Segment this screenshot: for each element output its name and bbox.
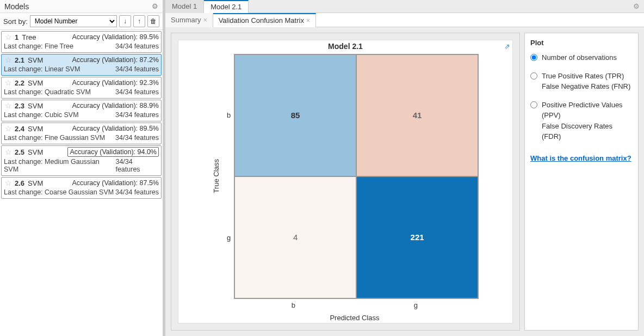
model-number: 2.2	[15, 79, 24, 87]
model-type: SVM	[28, 125, 72, 133]
y-axis-label: True Class	[212, 159, 220, 193]
model-features: 34/34 features	[115, 134, 159, 142]
model-features: 34/34 features	[115, 158, 159, 173]
sub-tabs-row: Summary×Validation Confusion Matrix×	[165, 13, 644, 27]
x-tick-b: b	[232, 299, 355, 309]
model-last-change: Last change: Coarse Gaussian SVM	[4, 188, 114, 196]
plot-option-radio[interactable]	[530, 101, 537, 108]
close-icon[interactable]: ×	[306, 17, 310, 25]
star-icon[interactable]: ☆	[4, 124, 13, 133]
y-tick-g: g	[227, 176, 231, 299]
plot-option-label: Number of observations	[542, 52, 617, 63]
model-number: 2.3	[15, 102, 24, 110]
model-card[interactable]: ☆2.2SVMAccuracy (Validation): 92.3%Last …	[1, 77, 162, 99]
star-icon[interactable]: ☆	[4, 56, 13, 64]
model-last-change: Last change: Fine Tree	[4, 42, 73, 50]
model-accuracy: Accuracy (Validation): 87.5%	[72, 179, 159, 187]
models-header: Models ⚙	[0, 0, 163, 13]
star-icon[interactable]: ☆	[4, 101, 13, 110]
sort-select[interactable]: Model Number	[30, 15, 117, 27]
model-accuracy: Accuracy (Validation): 87.2%	[72, 56, 159, 64]
sub-tab-label: Validation Confusion Matrix	[219, 16, 304, 25]
sub-tab[interactable]: Validation Confusion Matrix×	[213, 13, 316, 27]
x-tick-g: g	[355, 299, 477, 309]
model-last-change: Last change: Quadratic SVM	[4, 88, 91, 96]
plot-option[interactable]: Positive Predictive Values (PPV)False Di…	[530, 100, 633, 142]
model-accuracy: Accuracy (Validation): 89.5%	[72, 33, 159, 41]
sort-label: Sort by:	[3, 17, 28, 26]
model-card[interactable]: ☆1TreeAccuracy (Validation): 89.5%Last c…	[1, 31, 162, 53]
plot-option[interactable]: True Positive Rates (TPR)False Negative …	[530, 71, 633, 92]
model-last-change: Last change: Fine Gaussian SVM	[4, 134, 105, 142]
model-number: 2.5	[15, 148, 24, 156]
gear-icon[interactable]: ⚙	[152, 2, 158, 10]
model-accuracy: Accuracy (Validation): 89.5%	[72, 125, 159, 132]
star-icon[interactable]: ☆	[4, 179, 13, 187]
model-card[interactable]: ☆2.4SVMAccuracy (Validation): 89.5%Last …	[1, 123, 162, 144]
cell-g-b: 4	[234, 176, 356, 298]
model-accuracy: Accuracy (Validation): 94.0%	[67, 147, 159, 157]
plot-option-radio[interactable]	[530, 54, 537, 61]
model-number: 1	[15, 33, 18, 41]
model-type: SVM	[28, 102, 72, 110]
delete-button[interactable]: 🗑	[147, 15, 159, 27]
y-tick-b: b	[227, 54, 231, 176]
model-features: 34/34 features	[115, 111, 159, 119]
star-icon[interactable]: ☆	[4, 78, 13, 87]
model-tab[interactable]: Model 1	[165, 0, 204, 13]
model-card[interactable]: ☆2.1SVMAccuracy (Validation): 87.2%Last …	[1, 54, 162, 76]
model-last-change: Last change: Linear SVM	[4, 65, 80, 73]
model-number: 2.6	[15, 179, 24, 187]
plot-panel: Plot Number of observationsTrue Positive…	[524, 33, 639, 331]
plot-option-radio[interactable]	[530, 72, 537, 80]
plot-option-label: Positive Predictive Values (PPV)	[542, 100, 633, 121]
model-type: SVM	[28, 148, 67, 156]
close-icon[interactable]: ×	[203, 16, 207, 24]
plot-option-label: False Negative Rates (FNR)	[542, 81, 630, 92]
cell-g-g: 221	[356, 176, 478, 298]
model-type: SVM	[28, 79, 72, 87]
plot-option-label: False Discovery Rates (FDR)	[542, 121, 633, 142]
model-features: 34/34 features	[115, 65, 159, 73]
model-accuracy: Accuracy (Validation): 88.9%	[72, 102, 159, 109]
model-last-change: Last change: Cubic SVM	[4, 111, 79, 119]
model-type: Tree	[22, 33, 72, 41]
model-tab[interactable]: Model 2.1	[204, 0, 249, 13]
model-number: 2.4	[15, 125, 24, 133]
cell-b-g: 41	[356, 54, 478, 176]
cell-b-b: 85	[234, 54, 356, 176]
model-features: 34/34 features	[115, 188, 159, 196]
panel-gear-icon[interactable]: ⚙	[629, 2, 644, 10]
model-tabs-row: Model 1Model 2.1 ⚙	[165, 0, 644, 13]
star-icon[interactable]: ☆	[4, 33, 13, 41]
undock-icon[interactable]: ⇗	[504, 42, 510, 51]
model-type: SVM	[28, 179, 72, 187]
help-link[interactable]: What is the confusion matrix?	[530, 154, 633, 162]
sub-tab-label: Summary	[171, 16, 201, 24]
model-card[interactable]: ☆2.5SVMAccuracy (Validation): 94.0%Last …	[1, 145, 162, 176]
model-number: 2.1	[15, 56, 24, 64]
x-axis-label: Predicted Class	[232, 309, 477, 322]
sort-down-button[interactable]: ↓	[119, 15, 131, 27]
model-accuracy: Accuracy (Validation): 92.3%	[72, 79, 159, 87]
right-panel: Model 1Model 2.1 ⚙ Summary×Validation Co…	[163, 0, 644, 336]
model-card[interactable]: ☆2.6SVMAccuracy (Validation): 87.5%Last …	[1, 177, 162, 199]
model-last-change: Last change: Medium Gaussian SVM	[4, 158, 115, 173]
confusion-matrix: 85 41 4 221	[234, 54, 479, 299]
model-type: SVM	[28, 56, 72, 64]
star-icon[interactable]: ☆	[4, 148, 13, 156]
sort-up-button[interactable]: ↑	[133, 15, 145, 27]
model-features: 34/34 features	[115, 42, 159, 50]
plot-panel-title: Plot	[530, 39, 633, 47]
model-features: 34/34 features	[115, 88, 159, 96]
model-card[interactable]: ☆2.3SVMAccuracy (Validation): 88.9%Last …	[1, 100, 162, 121]
chart-container: ⇗ Model 2.1 True Class b g 85 41	[171, 33, 520, 331]
models-title: Models	[4, 2, 152, 11]
plot-option[interactable]: Number of observations	[530, 52, 633, 63]
plot-option-label: True Positive Rates (TPR)	[542, 71, 630, 82]
sub-tab[interactable]: Summary×	[165, 13, 213, 27]
models-panel: Models ⚙ Sort by: Model Number ↓ ↑ 🗑 ☆1T…	[0, 0, 163, 336]
model-list[interactable]: ☆1TreeAccuracy (Validation): 89.5%Last c…	[0, 30, 163, 336]
sort-row: Sort by: Model Number ↓ ↑ 🗑	[0, 13, 163, 30]
content-area: ⇗ Model 2.1 True Class b g 85 41	[165, 27, 644, 336]
